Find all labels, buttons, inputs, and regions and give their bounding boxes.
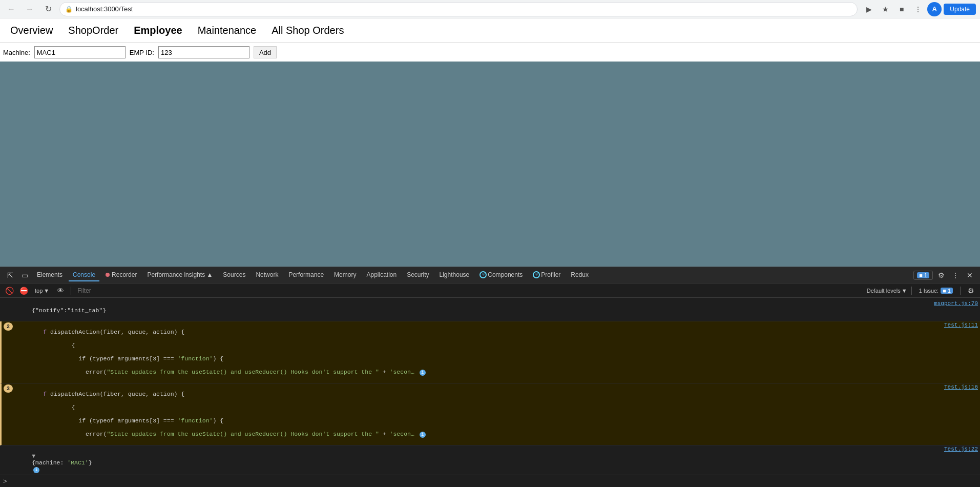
console-source-4[interactable]: Test.js:22 (944, 446, 978, 452)
separator (71, 287, 71, 295)
page-content (0, 62, 980, 267)
nav-allshoporders[interactable]: All Shop Orders (272, 25, 344, 36)
avatar-button[interactable]: A (927, 2, 942, 16)
console-line-2: 2 f dispatchAction(fiber, queue, action)… (0, 321, 980, 383)
console-content-1: {"notify":"init_tab"} (4, 300, 930, 320)
devtools-panel: ⇱ ▭ Elements Console Recorder Performanc… (0, 267, 980, 487)
filter-input[interactable] (75, 286, 471, 295)
app-nav: Overview ShopOrder Employee Maintenance … (0, 18, 980, 43)
tab-sources[interactable]: Sources (219, 269, 249, 281)
eye-button[interactable]: 👁 (54, 285, 67, 297)
browser-toolbar: ← → ↻ 🔒 localhost:3000/Test ▶ ★ ■ ⋮ A Up… (0, 0, 980, 18)
more-options-button[interactable]: ⋮ (949, 269, 962, 281)
extension-button[interactable]: ■ (894, 2, 909, 16)
console-content-3: f dispatchAction(fiber, queue, action) {… (15, 384, 940, 444)
console-settings-button[interactable]: ⚙ (965, 285, 977, 297)
react-profiler-icon: ⚛ (533, 271, 540, 278)
issue-count: ■ 1 (917, 272, 929, 278)
tab-application[interactable]: Application (362, 269, 401, 281)
app-form-row: Machine: EMP ID: Add (0, 43, 980, 62)
console-prompt: > (3, 477, 7, 485)
tab-console[interactable]: Console (69, 269, 99, 281)
console-line-3: 3 f dispatchAction(fiber, queue, action)… (0, 383, 980, 445)
nav-overview[interactable]: Overview (10, 25, 53, 36)
console-content-4: ▼ {machine: 'MAC1'} i ▶ {emp_no: '123'} (4, 446, 940, 475)
tab-redux[interactable]: Redux (567, 269, 593, 281)
close-devtools-button[interactable]: ✕ (964, 269, 976, 281)
nav-employee[interactable]: Employee (134, 25, 182, 36)
nav-maintenance[interactable]: Maintenance (198, 25, 257, 36)
default-levels-button[interactable]: Default levels ▼ (867, 288, 907, 294)
more-button[interactable]: ⋮ (911, 2, 925, 16)
inspect-element-button[interactable]: ⇱ (4, 269, 16, 281)
console-source-2[interactable]: Test.js:11 (944, 322, 978, 328)
console-line-1: {"notify":"init_tab"} msgport.js:70 (0, 300, 980, 321)
issue-badge: ■ 1 (913, 271, 933, 280)
info-dot-4[interactable]: i (33, 467, 39, 473)
update-button[interactable]: Update (944, 4, 976, 15)
console-output[interactable]: {"notify":"init_tab"} msgport.js:70 2 f … (0, 298, 980, 475)
lock-icon: 🔒 (65, 6, 73, 13)
console-source-3[interactable]: Test.js:16 (944, 384, 978, 390)
tab-perf-insights[interactable]: Performance insights ▲ (143, 269, 217, 281)
tab-components[interactable]: ⚛ Components (475, 269, 527, 281)
app-area: Overview ShopOrder Employee Maintenance … (0, 18, 980, 267)
context-selector[interactable]: top ▼ (32, 287, 52, 295)
devtools-toolbar2: 🚫 ⛔ top ▼ 👁 Default levels ▼ 1 Issue: ■ … (0, 283, 980, 298)
clear-console-button[interactable]: 🚫 (3, 285, 15, 297)
console-input-row: > (0, 475, 980, 487)
console-line-4: ▼ {machine: 'MAC1'} i ▶ {emp_no: '123'} … (0, 445, 980, 475)
machine-input[interactable] (34, 46, 126, 58)
separator2 (911, 287, 912, 295)
reload-button[interactable]: ↻ (41, 2, 55, 16)
tab-recorder[interactable]: Recorder (101, 269, 141, 281)
default-levels-label: Default levels (867, 288, 901, 294)
emp-id-label: EMP ID: (130, 49, 154, 56)
separator3 (960, 287, 961, 295)
tab-lighthouse[interactable]: Lighthouse (435, 269, 474, 281)
console-input[interactable] (9, 478, 977, 485)
info-dot-2[interactable]: i (420, 370, 426, 376)
url-text: localhost:3000/Test (76, 5, 133, 13)
issue-text2: 1 Issue: (919, 288, 939, 294)
back-button[interactable]: ← (4, 2, 18, 16)
devtools-topbar: ⇱ ▭ Elements Console Recorder Performanc… (0, 267, 980, 283)
line-badge-2: 2 (4, 322, 13, 331)
tab-elements[interactable]: Elements (33, 269, 67, 281)
issue-count2: ■ 1 (941, 288, 953, 294)
tab-profiler[interactable]: ⚛ Profiler (529, 269, 565, 281)
emp-id-input[interactable] (158, 46, 249, 58)
console-content-2: f dispatchAction(fiber, queue, action) {… (15, 322, 940, 382)
preserve-log-button[interactable]: ⛔ (17, 285, 30, 297)
machine-label: Machine: (3, 49, 30, 56)
expand-4[interactable]: ▼ (32, 453, 35, 459)
tab-security[interactable]: Security (403, 269, 433, 281)
tab-network[interactable]: Network (252, 269, 282, 281)
context-label: top (35, 288, 43, 294)
line-badge-3: 3 (4, 384, 13, 393)
info-dot-3[interactable]: i (420, 432, 426, 438)
bookmark-button[interactable]: ★ (878, 2, 892, 16)
recording-dot (106, 273, 110, 277)
tab-memory[interactable]: Memory (330, 269, 360, 281)
settings-button[interactable]: ⚙ (935, 269, 947, 281)
console-source-1[interactable]: msgport.js:70 (934, 300, 978, 307)
url-bar[interactable]: 🔒 localhost:3000/Test (59, 2, 858, 16)
cast-button[interactable]: ▶ (862, 2, 876, 16)
nav-shoporder[interactable]: ShopOrder (68, 25, 118, 36)
forward-button[interactable]: → (23, 2, 37, 16)
react-components-icon: ⚛ (479, 271, 487, 278)
device-toolbar-button[interactable]: ▭ (18, 269, 31, 281)
browser-actions: ▶ ★ ■ ⋮ A Update (862, 2, 976, 16)
context-chevron: ▼ (44, 288, 49, 294)
issue-badge2: 1 Issue: ■ 1 (916, 287, 956, 295)
add-button[interactable]: Add (254, 46, 277, 58)
default-levels-chevron: ▼ (902, 288, 907, 294)
tab-performance[interactable]: Performance (284, 269, 328, 281)
